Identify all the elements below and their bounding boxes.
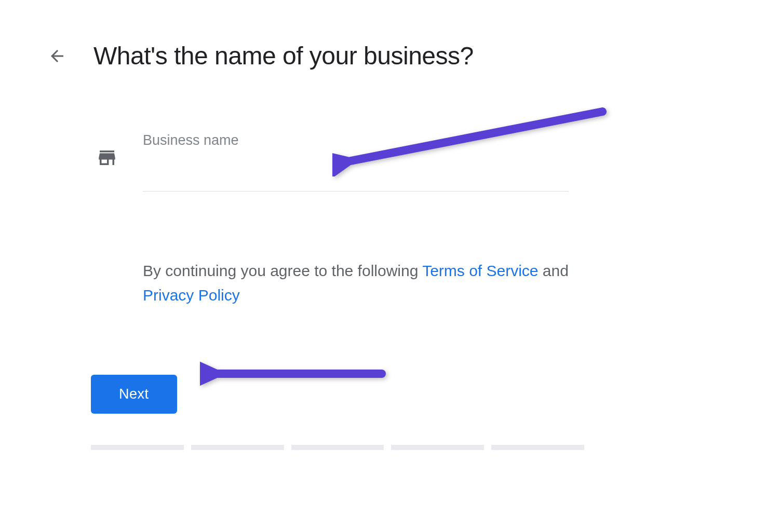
privacy-policy-link[interactable]: Privacy Policy [143, 287, 240, 304]
business-name-input[interactable] [143, 148, 569, 192]
terms-middle: and [539, 262, 569, 279]
business-name-row: Business name [96, 132, 732, 192]
progress-segment [191, 445, 284, 450]
back-button[interactable] [47, 46, 68, 66]
terms-of-service-link[interactable]: Terms of Service [422, 262, 538, 279]
header-row: What's the name of your business? [47, 42, 732, 70]
progress-segment [291, 445, 384, 450]
terms-prefix: By continuing you agree to the following [143, 262, 422, 279]
terms-text: By continuing you agree to the following… [143, 259, 569, 307]
annotation-arrow-next [200, 353, 392, 394]
page-title: What's the name of your business? [93, 42, 474, 70]
progress-segment [91, 445, 184, 450]
progress-segment [391, 445, 484, 450]
store-icon [96, 147, 118, 171]
progress-segment [491, 445, 584, 450]
next-button[interactable]: Next [91, 375, 177, 414]
business-name-label: Business name [143, 132, 569, 148]
arrow-left-icon [48, 47, 66, 65]
business-name-field-wrapper: Business name [143, 132, 569, 192]
progress-bar [91, 445, 584, 450]
